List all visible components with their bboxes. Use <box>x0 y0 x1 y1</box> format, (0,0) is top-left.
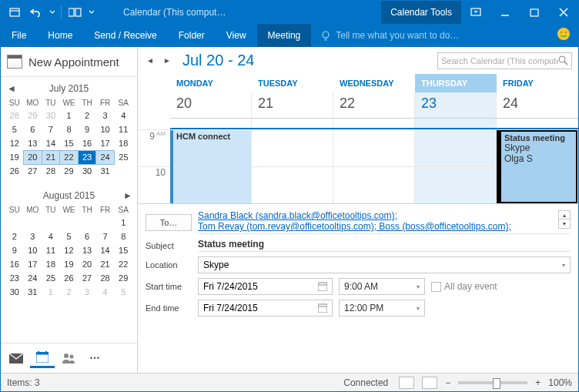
prev-week-icon[interactable]: ◄ <box>144 55 156 67</box>
status-bar: Items: 3 Connected − + 100% <box>1 373 578 391</box>
event-status-meeting[interactable]: Status meeting Skype Olga S <box>497 130 577 203</box>
nav-pane: New Appointment ◄July 2015 SUMOTUWETHFRS… <box>1 47 138 373</box>
allday-checkbox[interactable]: All day event <box>431 281 497 292</box>
day-wed[interactable]: WEDNESDAY <box>333 74 415 92</box>
mini-calendar-july[interactable]: ◄July 2015 SUMOTUWETHFRSA282930123456789… <box>1 77 137 184</box>
next-week-icon[interactable]: ► <box>161 55 173 67</box>
dropdown-icon[interactable]: ▾ <box>562 262 565 269</box>
svg-rect-24 <box>318 283 327 291</box>
col-tue[interactable] <box>252 129 333 203</box>
tab-meeting[interactable]: Meeting <box>257 24 312 47</box>
window-buttons <box>461 1 578 24</box>
body: New Appointment ◄July 2015 SUMOTUWETHFRS… <box>1 47 578 373</box>
svg-point-21 <box>70 355 74 359</box>
date-row: 20 21 22 23 24 <box>170 92 578 119</box>
svg-point-9 <box>323 32 329 38</box>
location-field[interactable]: Skype▾ <box>198 256 571 273</box>
search-input[interactable] <box>441 56 558 65</box>
day-thu[interactable]: THURSDAY <box>415 74 497 92</box>
subject-field[interactable]: Status meeting <box>198 239 571 252</box>
view-switch-icon[interactable] <box>65 2 86 22</box>
end-date-field[interactable]: Fri 7/24/2015 <box>198 300 333 317</box>
mini-calendar-august[interactable]: August 2015► SUMOTUWETHFRSA1234567891011… <box>1 184 137 305</box>
svg-rect-26 <box>318 304 327 313</box>
calendar-nav-icon[interactable] <box>30 348 55 368</box>
month-title: July 2015 <box>49 83 89 94</box>
day-tue[interactable]: TUESDAY <box>252 74 333 92</box>
svg-rect-17 <box>36 354 49 363</box>
undo-icon[interactable] <box>25 2 47 22</box>
zoom-slider[interactable] <box>458 381 527 384</box>
date-24[interactable]: 24 <box>497 92 578 118</box>
tab-home[interactable]: Home <box>37 24 83 47</box>
time-grid[interactable]: 9AM 10 HCM connect Status meeting Skype … <box>138 129 578 203</box>
app-icon[interactable] <box>4 2 25 22</box>
scroll-spinner[interactable]: ▲▼ <box>558 210 571 229</box>
minimize-icon[interactable] <box>490 1 520 24</box>
tab-file[interactable]: File <box>1 24 37 47</box>
zoom-in-icon[interactable]: + <box>535 377 541 388</box>
people-icon[interactable] <box>56 348 81 368</box>
subject-label: Subject <box>146 241 192 250</box>
close-icon[interactable] <box>549 1 578 24</box>
feedback-icon[interactable] <box>554 24 574 44</box>
mail-icon[interactable] <box>4 348 28 368</box>
connection-status: Connected <box>138 377 399 388</box>
window-title: Calendar (This comput… <box>100 7 381 18</box>
tab-send-receive[interactable]: Send / Receive <box>83 24 167 47</box>
col-mon[interactable]: HCM connect <box>170 129 252 203</box>
to-button[interactable]: To… <box>146 214 192 231</box>
svg-point-12 <box>557 28 570 40</box>
col-fri[interactable]: Status meeting Skype Olga S <box>497 129 578 203</box>
location-label: Location <box>146 260 192 270</box>
start-time-field[interactable]: 9:00 AM▾ <box>339 278 425 295</box>
svg-point-20 <box>64 353 69 358</box>
prev-month-icon[interactable]: ◄ <box>7 83 15 91</box>
view-reading-icon[interactable] <box>422 377 437 389</box>
tab-folder[interactable]: Folder <box>168 24 216 47</box>
datepicker-icon[interactable] <box>318 303 327 313</box>
new-appointment-label: New Appointment <box>28 55 119 69</box>
date-22[interactable]: 22 <box>333 92 415 118</box>
svg-rect-0 <box>10 8 19 16</box>
end-label: End time <box>146 303 192 313</box>
tab-view[interactable]: View <box>216 24 257 47</box>
svg-rect-3 <box>75 8 81 16</box>
to-field[interactable]: Sandra Black (sandra.black@officetooltip… <box>198 210 571 234</box>
date-21[interactable]: 21 <box>252 92 333 118</box>
month-title: August 2015 <box>43 190 95 201</box>
search-icon[interactable] <box>558 55 568 65</box>
zoom-level[interactable]: 100% <box>548 377 572 388</box>
ribbon-display-icon[interactable] <box>461 1 490 24</box>
col-wed[interactable] <box>333 129 415 203</box>
datepicker-icon[interactable] <box>318 282 327 291</box>
svg-line-23 <box>564 62 567 65</box>
new-appointment-button[interactable]: New Appointment <box>1 47 137 77</box>
allday-row[interactable] <box>170 119 578 129</box>
title-bar: Calendar (This comput… Calendar Tools <box>1 1 578 24</box>
qat-dropdown2-icon[interactable] <box>86 2 97 22</box>
end-time-field[interactable]: 12:00 PM▾ <box>339 300 425 317</box>
reading-pane: ▲▼ To… Sandra Black (sandra.black@office… <box>138 203 578 321</box>
tell-me-input[interactable] <box>336 30 490 41</box>
context-tab[interactable]: Calendar Tools <box>381 1 461 24</box>
qat-dropdown-icon[interactable] <box>47 2 58 22</box>
next-month-icon[interactable]: ► <box>123 190 131 198</box>
col-thu[interactable] <box>415 129 497 203</box>
tell-me[interactable] <box>311 24 554 47</box>
zoom-out-icon[interactable]: − <box>445 377 450 388</box>
separator <box>61 5 62 19</box>
maximize-icon[interactable] <box>520 1 549 24</box>
day-fri[interactable]: FRIDAY <box>497 74 578 92</box>
week-range: Jul 20 - 24 <box>182 52 428 69</box>
calendar-icon <box>7 55 22 69</box>
day-mon[interactable]: MONDAY <box>170 74 252 92</box>
more-icon[interactable]: ··· <box>82 348 107 368</box>
svg-point-22 <box>559 56 565 62</box>
event-hcm[interactable]: HCM connect <box>170 130 251 203</box>
search-box[interactable] <box>437 52 572 69</box>
date-23[interactable]: 23 <box>415 92 497 118</box>
start-date-field[interactable]: Fri 7/24/2015 <box>198 278 333 295</box>
date-20[interactable]: 20 <box>170 92 252 118</box>
view-normal-icon[interactable] <box>399 377 414 389</box>
